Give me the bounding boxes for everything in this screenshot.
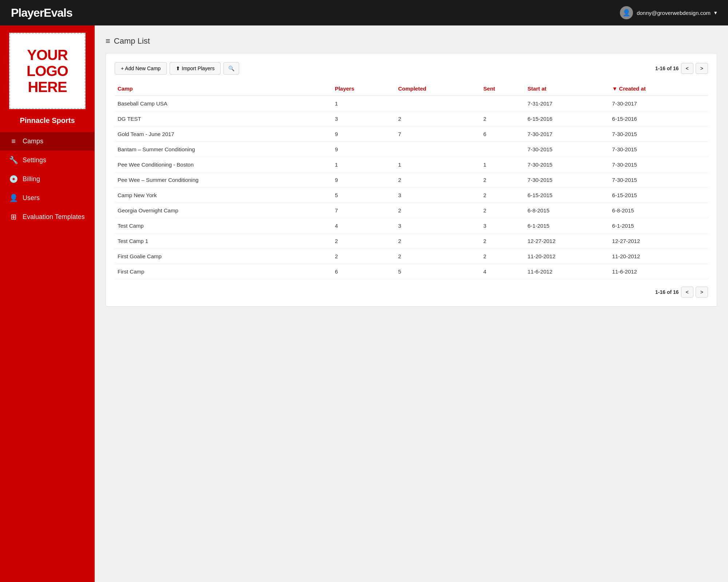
cell-camp: Georgia Overnight Camp (115, 203, 332, 218)
list-icon: ≡ (9, 137, 18, 146)
cell-created_at: 7-30-2017 (609, 96, 708, 111)
cell-completed: 7 (395, 127, 480, 142)
cell-start_at: 6-8-2015 (525, 203, 609, 218)
cell-start_at: 11-20-2012 (525, 249, 609, 264)
page-header: ≡ Camp List (106, 36, 717, 46)
col-sent: Sent (480, 82, 525, 96)
app-brand: PlayerEvals (11, 6, 72, 20)
cell-completed: 3 (395, 188, 480, 203)
table-body: Baseball Camp USA17-31-20177-30-2017DG T… (115, 96, 708, 279)
sidebar-item-camps[interactable]: ≡ Camps (0, 132, 95, 151)
cell-completed: 1 (395, 157, 480, 172)
grid-icon: ⊞ (9, 212, 18, 221)
user-email: donny@groverwebdesign.com (637, 10, 711, 16)
cell-created_at: 6-8-2015 (609, 203, 708, 218)
user-menu[interactable]: 👤 donny@groverwebdesign.com ▾ (620, 6, 717, 19)
cell-sent: 2 (480, 172, 525, 188)
cell-players: 2 (332, 249, 395, 264)
cell-camp: Pee Wee – Summer Conditioning (115, 172, 332, 188)
table-row[interactable]: DG TEST3226-15-20166-15-2016 (115, 111, 708, 127)
billing-icon: 💿 (9, 175, 18, 183)
import-players-button[interactable]: ⬆ Import Players (170, 62, 221, 75)
cell-camp: Test Camp (115, 218, 332, 234)
cell-camp: Pee Wee Conditioning - Boston (115, 157, 332, 172)
cell-camp: Camp New York (115, 188, 332, 203)
col-start-at[interactable]: Start at (525, 82, 609, 96)
sidebar-item-evaluation-templates[interactable]: ⊞ Evaluation Templates (0, 207, 95, 226)
cell-completed: 3 (395, 218, 480, 234)
cell-players: 5 (332, 188, 395, 203)
table-row[interactable]: Camp New York5326-15-20156-15-2015 (115, 188, 708, 203)
sidebar-item-billing[interactable]: 💿 Billing (0, 170, 95, 188)
sidebar-item-settings[interactable]: 🔧 Settings (0, 151, 95, 170)
cell-completed: 2 (395, 111, 480, 127)
cell-created_at: 6-1-2015 (609, 218, 708, 234)
cell-sent: 2 (480, 234, 525, 249)
cell-players: 3 (332, 111, 395, 127)
table-row[interactable]: First Goalie Camp22211-20-201211-20-2012 (115, 249, 708, 264)
col-created-at[interactable]: ▼ Created at (609, 82, 708, 96)
table-row[interactable]: Test Camp4336-1-20156-1-2015 (115, 218, 708, 234)
cell-players: 6 (332, 264, 395, 279)
next-page-button-top[interactable]: > (696, 63, 708, 74)
cell-start_at: 7-30-2015 (525, 142, 609, 157)
logo-text: YOURLOGOHERE (27, 47, 68, 95)
cell-camp: Gold Team - June 2017 (115, 127, 332, 142)
org-name: Pinnacle Sports (20, 116, 75, 125)
prev-page-button-bottom[interactable]: < (681, 287, 693, 298)
table-row[interactable]: Georgia Overnight Camp7226-8-20156-8-201… (115, 203, 708, 218)
cell-completed: 2 (395, 249, 480, 264)
cell-created_at: 7-30-2015 (609, 142, 708, 157)
camp-table: Camp Players Completed Sent Start at ▼ C… (115, 82, 708, 279)
cell-sent: 1 (480, 157, 525, 172)
cell-created_at: 7-30-2015 (609, 127, 708, 142)
cell-players: 7 (332, 203, 395, 218)
wrench-icon: 🔧 (9, 156, 18, 164)
cell-start_at: 6-15-2015 (525, 188, 609, 203)
cell-camp: DG TEST (115, 111, 332, 127)
sidebar-item-users[interactable]: 👤 Users (0, 188, 95, 207)
table-header: Camp Players Completed Sent Start at ▼ C… (115, 82, 708, 96)
page-header-icon: ≡ (106, 36, 110, 46)
cell-players: 9 (332, 172, 395, 188)
table-row[interactable]: Bantam – Summer Conditioning97-30-20157-… (115, 142, 708, 157)
table-row[interactable]: Test Camp 122212-27-201212-27-2012 (115, 234, 708, 249)
cell-start_at: 6-15-2016 (525, 111, 609, 127)
table-row[interactable]: Gold Team - June 20179767-30-20177-30-20… (115, 127, 708, 142)
cell-start_at: 7-31-2017 (525, 96, 609, 111)
cell-sent (480, 142, 525, 157)
cell-camp: Bantam – Summer Conditioning (115, 142, 332, 157)
cell-created_at: 11-20-2012 (609, 249, 708, 264)
search-button[interactable]: 🔍 (223, 62, 239, 75)
table-row[interactable]: Pee Wee – Summer Conditioning9227-30-201… (115, 172, 708, 188)
cell-sent: 3 (480, 218, 525, 234)
table-row[interactable]: First Camp65411-6-201211-6-2012 (115, 264, 708, 279)
content-area: ≡ Camp List + Add New Camp ⬆ Import Play… (95, 25, 728, 582)
prev-page-button-top[interactable]: < (681, 63, 693, 74)
cell-created_at: 6-15-2016 (609, 111, 708, 127)
avatar: 👤 (620, 6, 633, 19)
cell-camp: Test Camp 1 (115, 234, 332, 249)
col-completed: Completed (395, 82, 480, 96)
cell-created_at: 7-30-2015 (609, 172, 708, 188)
cell-players: 9 (332, 127, 395, 142)
cell-start_at: 6-1-2015 (525, 218, 609, 234)
next-page-button-bottom[interactable]: > (696, 287, 708, 298)
cell-sent: 2 (480, 188, 525, 203)
cell-camp: Baseball Camp USA (115, 96, 332, 111)
sidebar-label-camps: Camps (23, 137, 43, 145)
cell-players: 1 (332, 157, 395, 172)
cell-completed: 2 (395, 172, 480, 188)
logo-box: YOURLOGOHERE (9, 33, 86, 109)
sidebar-label-settings: Settings (23, 156, 46, 164)
user-icon: 👤 (9, 194, 18, 202)
toolbar-left: + Add New Camp ⬆ Import Players 🔍 (115, 62, 239, 75)
cell-completed (395, 142, 480, 157)
table-row[interactable]: Baseball Camp USA17-31-20177-30-2017 (115, 96, 708, 111)
sidebar-label-billing: Billing (23, 175, 40, 183)
add-camp-button[interactable]: + Add New Camp (115, 62, 167, 75)
page-title: Camp List (114, 36, 150, 46)
table-row[interactable]: Pee Wee Conditioning - Boston1117-30-201… (115, 157, 708, 172)
cell-created_at: 11-6-2012 (609, 264, 708, 279)
cell-created_at: 7-30-2015 (609, 157, 708, 172)
